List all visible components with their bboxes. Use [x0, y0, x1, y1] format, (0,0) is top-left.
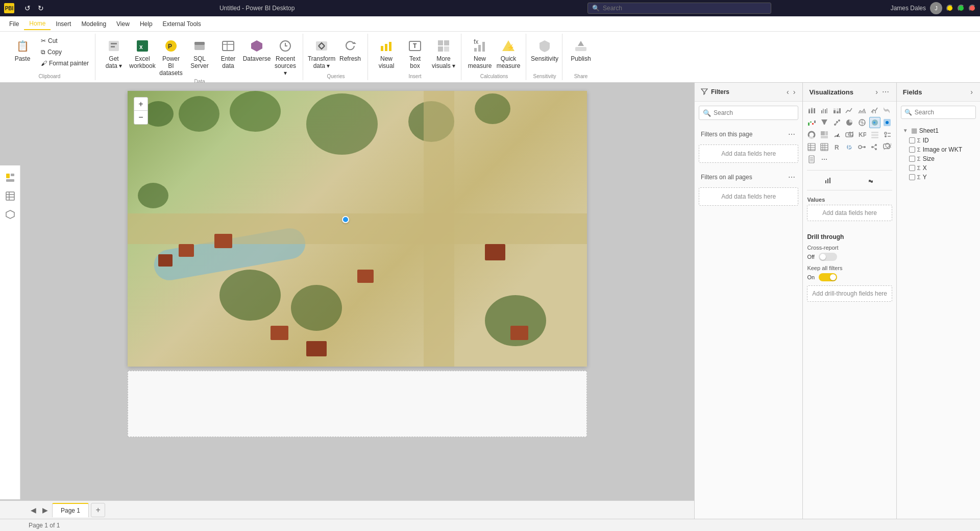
viz-line-clustered[interactable] [869, 105, 880, 116]
prev-page-button[interactable]: ◀ [29, 504, 38, 516]
viz-expand-btn[interactable]: › [874, 87, 879, 97]
zoom-in-button[interactable]: + [134, 98, 148, 111]
viz-pie[interactable] [844, 117, 855, 128]
cross-report-toggle[interactable] [819, 253, 837, 261]
ribbon-publish-button[interactable]: Publish [568, 36, 594, 73]
ribbon-sensitivity-button[interactable]: Sensitivity [531, 36, 558, 73]
viz-waterfall[interactable] [806, 117, 817, 128]
viz-stacked-bar-100[interactable] [831, 105, 843, 116]
title-search-box[interactable]: 🔍 [587, 3, 771, 14]
field-table-sheet1[interactable]: ▼ ▦ Sheet1 [901, 125, 976, 136]
menu-home[interactable]: Home [24, 18, 51, 30]
ribbon-more-visuals-button[interactable]: Morevisuals ▾ [430, 36, 457, 73]
add-page-button[interactable]: + [91, 503, 105, 517]
sidebar-report-view-button[interactable] [2, 170, 18, 186]
viz-values-drop-zone[interactable]: Add data fields here [807, 205, 892, 221]
ribbon-transform-button[interactable]: Transformdata ▾ [308, 36, 335, 73]
viz-python-visual[interactable]: Py [844, 141, 855, 153]
field-checkbox-image-wkt[interactable] [909, 147, 915, 153]
drill-through-drop-zone[interactable]: Add drill-through fields here [807, 285, 892, 302]
filters-this-page-header[interactable]: Filters on this page ⋯ [699, 126, 798, 142]
undo-button[interactable]: ↺ [22, 2, 33, 14]
menu-file[interactable]: File [4, 18, 24, 30]
fields-search-input[interactable] [901, 106, 976, 119]
viz-build-button[interactable] [820, 175, 837, 186]
ribbon-paste-button[interactable]: 📋 Paste [8, 36, 37, 73]
close-button[interactable] [969, 5, 976, 12]
zoom-out-button[interactable]: − [134, 111, 148, 124]
viz-area-chart[interactable] [856, 105, 868, 116]
filters-expand-button[interactable]: › [792, 87, 797, 97]
viz-clustered-bar[interactable] [819, 105, 830, 116]
ribbon-excel-button[interactable]: x Excelworkbook [129, 36, 156, 73]
viz-kpi[interactable]: KPI [856, 129, 868, 140]
ribbon-format-painter-button[interactable]: 🖌 Format painter [39, 58, 91, 68]
filters-this-page-more[interactable]: ⋯ [787, 129, 796, 139]
menu-insert[interactable]: Insert [51, 18, 76, 30]
fields-expand-button[interactable]: › [969, 87, 974, 97]
field-row-x[interactable]: Σ X [901, 163, 976, 173]
viz-key-influencers[interactable] [856, 141, 868, 153]
next-page-button[interactable]: ▶ [40, 504, 50, 516]
ribbon-refresh-button[interactable]: Refresh [337, 36, 363, 73]
maximize-button[interactable] [958, 5, 965, 12]
viz-azure-map[interactable] [881, 117, 893, 128]
viz-gauge[interactable] [831, 129, 843, 140]
viz-matrix[interactable] [819, 141, 830, 153]
viz-stacked-bar[interactable] [806, 105, 817, 116]
map-visual[interactable]: + − [128, 91, 587, 367]
filter-drop-zone-2[interactable]: Add data fields here [699, 187, 798, 206]
viz-slicer[interactable] [881, 129, 893, 140]
viz-collapse-btn[interactable]: ⋯ [881, 87, 890, 97]
viz-card[interactable]: 42 [844, 129, 855, 140]
field-checkbox-size[interactable] [909, 156, 915, 162]
field-checkbox-y[interactable] [909, 174, 915, 180]
menu-view[interactable]: View [111, 18, 135, 30]
viz-line-chart[interactable] [844, 105, 855, 116]
field-row-image-wkt[interactable]: Σ Image or WKT [901, 145, 976, 154]
ribbon-powerbi-datasets-button[interactable]: P Power BIdatasets [158, 36, 184, 79]
viz-paginated[interactable] [806, 154, 817, 165]
filter-search-input[interactable] [699, 106, 798, 120]
viz-qa[interactable]: Q&A [881, 141, 893, 153]
ribbon-cut-button[interactable]: ✂ Cut [39, 36, 91, 46]
filters-back-button[interactable]: ‹ [786, 87, 790, 97]
viz-r-visual[interactable]: R [831, 141, 843, 153]
ribbon-enter-data-button[interactable]: Enterdata [215, 36, 241, 73]
field-checkbox-x[interactable] [909, 165, 915, 171]
menu-help[interactable]: Help [135, 18, 158, 30]
viz-filled-map[interactable] [869, 117, 880, 128]
viz-scatter[interactable] [831, 117, 843, 128]
keep-filters-toggle[interactable] [819, 273, 837, 281]
viz-format-button[interactable] [863, 175, 879, 186]
field-row-size[interactable]: Σ Size [901, 154, 976, 163]
page-tab-1[interactable]: Page 1 [52, 503, 89, 517]
field-row-id[interactable]: Σ ID [901, 136, 976, 145]
filter-drop-zone-1[interactable]: Add data fields here [699, 144, 798, 163]
filters-all-pages-header[interactable]: Filters on all pages ⋯ [699, 169, 798, 185]
menu-external-tools[interactable]: External Tools [158, 18, 206, 30]
ribbon-quick-measure-button[interactable]: ⚡ Quickmeasure [495, 36, 522, 73]
sidebar-data-view-button[interactable] [2, 188, 18, 204]
viz-ribbon[interactable] [881, 105, 893, 116]
viz-table[interactable] [806, 141, 817, 153]
field-row-y[interactable]: Σ Y [901, 173, 976, 182]
ribbon-text-box-button[interactable]: T Textbox [402, 36, 428, 73]
viz-decomp-tree[interactable] [869, 141, 880, 153]
ribbon-copy-button[interactable]: ⧉ Copy [39, 47, 91, 57]
title-search-input[interactable] [603, 5, 705, 12]
field-checkbox-id[interactable] [909, 137, 915, 143]
viz-multirow-card[interactable] [869, 129, 880, 140]
ribbon-get-data-button[interactable]: Getdata ▾ [101, 36, 127, 73]
viz-donut[interactable] [806, 129, 817, 140]
filters-all-pages-more[interactable]: ⋯ [787, 172, 796, 182]
redo-button[interactable]: ↻ [36, 2, 46, 14]
minimize-button[interactable] [946, 5, 953, 12]
ribbon-sql-button[interactable]: SQLServer [186, 36, 213, 73]
ribbon-recent-sources-button[interactable]: Recentsources ▾ [272, 36, 299, 79]
sidebar-model-view-button[interactable] [2, 206, 18, 223]
viz-more[interactable]: ⋯ [819, 154, 830, 165]
viz-funnel[interactable] [819, 117, 830, 128]
ribbon-dataverse-button[interactable]: Dataverse [243, 36, 270, 73]
ribbon-new-visual-button[interactable]: Newvisual [373, 36, 400, 73]
